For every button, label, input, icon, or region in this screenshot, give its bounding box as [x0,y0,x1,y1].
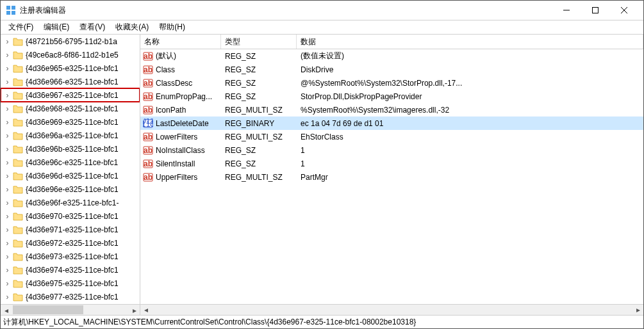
tree-item[interactable]: ›{4d36e975-e325-11ce-bfc1 [1,277,140,290]
tree-item[interactable]: ›{4d36e973-e325-11ce-bfc1 [1,250,140,263]
scroll-left-arrow-icon[interactable]: ◂ [1,305,12,315]
folder-icon [13,185,23,194]
scroll-track[interactable] [12,305,129,315]
scroll-right-arrow-icon[interactable]: ▸ [129,305,140,315]
folder-icon [13,225,23,234]
value-row[interactable]: abUpperFiltersREG_MULTI_SZPartMgr [140,170,643,184]
svg-rect-0 [6,6,10,10]
tree-item[interactable]: ›{4d36e966-e325-11ce-bfc1 [1,75,140,88]
tree-item-label: {48721b56-6795-11d2-b1a [26,37,117,46]
value-type: REG_SZ [221,79,297,88]
statusbar: 计算机\HKEY_LOCAL_MACHINE\SYSTEM\CurrentCon… [1,315,643,328]
key-tree[interactable]: ›{48721b56-6795-11d2-b1a›{49ce6ac8-6f86-… [1,35,140,303]
expand-icon[interactable]: › [3,172,12,180]
menu-edit[interactable]: 编辑(E) [38,20,74,34]
tree-horizontal-scrollbar[interactable]: ◂ ▸ [1,304,140,315]
tree-item[interactable]: ›{4d36e969-e325-11ce-bfc1 [1,115,140,129]
expand-icon[interactable]: › [3,212,12,220]
expand-icon[interactable]: › [3,225,12,234]
expand-icon[interactable]: › [3,77,12,86]
column-header-name[interactable]: 名称 [140,35,221,49]
expand-icon[interactable]: › [3,131,12,140]
tree-item-label: {4d36e967-e325-11ce-bfc1 [26,91,119,100]
close-button[interactable] [609,1,638,20]
tree-item[interactable]: ›{4d36e967-e325-11ce-bfc1 [1,88,140,102]
expand-icon[interactable]: › [3,104,12,113]
expand-icon[interactable]: › [3,145,12,153]
scroll-track[interactable] [151,305,632,315]
expand-icon[interactable]: › [3,266,12,274]
value-list[interactable]: ab(默认)REG_SZ(数值未设置)abClassREG_SZDiskDriv… [140,49,643,315]
tree-item[interactable]: ›{48721b56-6795-11d2-b1a [1,35,140,48]
value-row[interactable]: abEnumPropPag...REG_SZStorProp.Dll,DiskP… [140,90,643,103]
tree-item[interactable]: ›{4d36e96d-e325-11ce-bfc1 [1,169,140,182]
tree-item[interactable]: ›{4d36e96a-e325-11ce-bfc1 [1,129,140,142]
expand-icon[interactable]: › [3,239,12,247]
value-name: EnumPropPag... [156,92,212,101]
value-row[interactable]: abLowerFiltersREG_MULTI_SZEhStorClass [140,130,643,143]
folder-icon [13,293,23,301]
tree-item[interactable]: ›{4d36e96e-e325-11ce-bfc1 [1,182,140,196]
maximize-button[interactable] [581,1,609,20]
tree-item[interactable]: ›{4d36e970-e325-11ce-bfc1 [1,209,140,223]
value-row[interactable]: abClassDescREG_SZ@%SystemRoot%\System32\… [140,76,643,90]
svg-text:ab: ab [144,65,153,74]
tree-item[interactable]: ›{4d36e977-e325-11ce-bfc1 [1,290,140,303]
tree-item-label: {4d36e96e-e325-11ce-bfc1 [26,185,119,194]
string-value-icon: ab [143,105,153,115]
scroll-left-arrow-icon[interactable]: ◂ [140,305,151,315]
value-row[interactable]: abNoInstallClassREG_SZ1 [140,143,643,157]
registry-editor-window: 注册表编辑器 文件(F) 编辑(E) 查看(V) 收藏夹(A) 帮助(H) ›{… [0,0,644,329]
expand-icon[interactable]: › [3,185,12,193]
menu-favorites[interactable]: 收藏夹(A) [110,20,154,34]
expand-icon[interactable]: › [3,51,12,59]
minimize-button[interactable] [552,1,581,20]
value-type: REG_SZ [221,52,297,61]
tree-item[interactable]: ›{4d36e96c-e325-11ce-bfc1 [1,156,140,169]
tree-item[interactable]: ›{4d36e972-e325-11ce-bfc1 [1,236,140,250]
value-name: ClassDesc [156,79,192,88]
value-type: REG_SZ [221,146,297,155]
list-horizontal-scrollbar[interactable]: ◂ ▸ [140,304,643,315]
value-row[interactable]: ab(默认)REG_SZ(数值未设置) [140,49,643,63]
expand-icon[interactable]: › [3,198,12,207]
tree-item-label: {4d36e96f-e325-11ce-bfc1- [26,198,119,207]
value-data: (数值未设置) [297,51,643,61]
value-name: Class [156,65,175,74]
tree-item[interactable]: ›{4d36e968-e325-11ce-bfc1 [1,102,140,115]
menu-view[interactable]: 查看(V) [74,20,110,34]
menu-help[interactable]: 帮助(H) [154,20,190,34]
expand-icon[interactable]: › [3,118,12,126]
column-header-type[interactable]: 类型 [221,35,297,49]
tree-item[interactable]: ›{4d36e971-e325-11ce-bfc1 [1,223,140,236]
expand-icon[interactable]: › [3,279,12,287]
value-row[interactable]: abClassREG_SZDiskDrive [140,63,643,76]
value-row[interactable]: abIconPathREG_MULTI_SZ%SystemRoot%\Syste… [140,103,643,116]
string-value-icon: ab [143,159,153,169]
expand-icon[interactable]: › [3,293,12,301]
binary-value-icon: 011110 [143,118,153,129]
expand-icon[interactable]: › [3,37,12,45]
value-name: LowerFilters [156,132,197,141]
column-header-data[interactable]: 数据 [297,35,643,49]
expand-icon[interactable]: › [3,91,12,99]
value-row[interactable]: 011110LastDeleteDateREG_BINARYec 1a 04 7… [140,116,643,130]
scroll-thumb[interactable] [13,305,83,314]
tree-item-label: {4d36e971-e325-11ce-bfc1 [26,225,119,234]
menu-file[interactable]: 文件(F) [3,20,38,34]
tree-item[interactable]: ›{4d36e96b-e325-11ce-bfc1 [1,142,140,156]
menubar: 文件(F) 编辑(E) 查看(V) 收藏夹(A) 帮助(H) [1,20,643,35]
window-title: 注册表编辑器 [20,5,552,16]
tree-item[interactable]: ›{4d36e96f-e325-11ce-bfc1- [1,196,140,209]
tree-item[interactable]: ›{4d36e974-e325-11ce-bfc1 [1,263,140,277]
tree-item[interactable]: ›{49ce6ac8-6f86-11d2-b1e5 [1,48,140,61]
expand-icon[interactable]: › [3,158,12,166]
tree-item-label: {4d36e977-e325-11ce-bfc1 [26,293,119,301]
value-name: (默认) [156,51,176,61]
expand-icon[interactable]: › [3,252,12,261]
value-data: 1 [297,159,643,168]
scroll-right-arrow-icon[interactable]: ▸ [632,305,643,315]
expand-icon[interactable]: › [3,64,12,72]
tree-item[interactable]: ›{4d36e965-e325-11ce-bfc1 [1,61,140,75]
value-row[interactable]: abSilentInstallREG_SZ1 [140,157,643,170]
